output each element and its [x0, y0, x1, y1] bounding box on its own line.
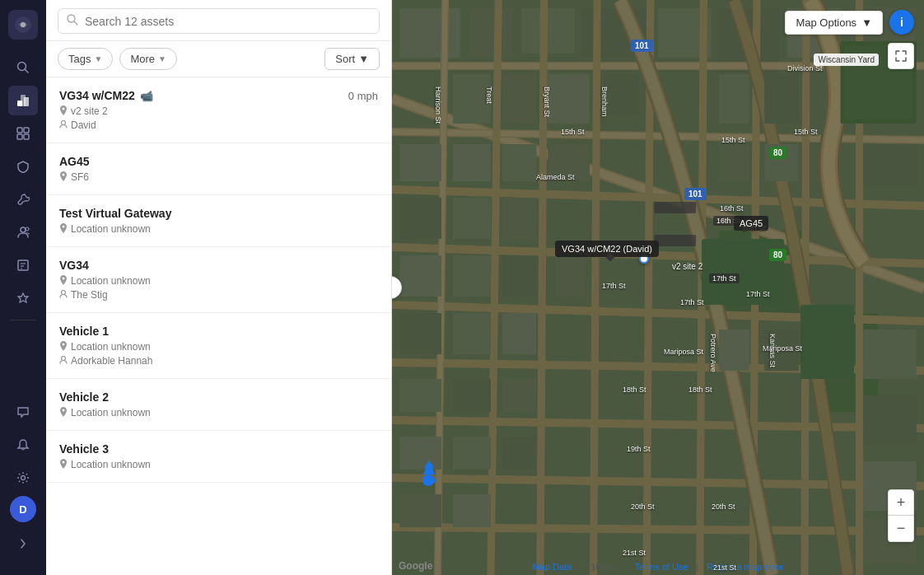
nav-messages[interactable]: [8, 397, 38, 427]
svg-rect-78: [399, 313, 441, 354]
asset-name-row: Vehicle 3: [59, 442, 378, 456]
17th-badge: 17th St: [709, 273, 740, 283]
asset-location-text: SF6: [71, 171, 89, 183]
asset-driver: Adorkable Hannah: [59, 355, 378, 367]
asset-list-item[interactable]: Vehicle 2 Location unknown: [46, 379, 391, 431]
asset-name-text: Vehicle 1: [59, 325, 109, 338]
21st-st-label-2: 21st St: [713, 563, 736, 572]
driver-icon: [59, 289, 68, 301]
asset-list-item[interactable]: Vehicle 3 Location unknown: [46, 431, 391, 483]
asset-name-text: Vehicle 3: [59, 442, 109, 456]
alameda-label: Alameda St: [536, 173, 575, 181]
asset-panel: Tags ▼ More ▼ Sort ▼ VG34 w/CM22📹0 mph v…: [46, 0, 392, 575]
svg-rect-90: [764, 74, 799, 124]
map-options-arrow-icon: ▼: [861, 16, 872, 29]
asset-name-row: VG34 w/CM22📹0 mph: [59, 89, 378, 102]
nav-reports[interactable]: [8, 250, 38, 280]
map-options-button[interactable]: Map Options ▼: [785, 11, 883, 35]
map-data-link[interactable]: Map Data: [533, 562, 572, 572]
nav-tools[interactable]: [8, 185, 38, 214]
map-separator-1: |: [580, 562, 582, 572]
svg-rect-65: [548, 74, 590, 124]
park-area-2: [800, 305, 854, 379]
asset-name: Vehicle 1: [59, 325, 109, 338]
search-bar[interactable]: [58, 8, 380, 34]
asset-speed: 0 mph: [348, 90, 378, 102]
asset-list-item[interactable]: VG34 w/CM22📹0 mph v2 site 2 David: [46, 77, 391, 143]
svg-rect-73: [502, 198, 537, 239]
nav-notifications[interactable]: [8, 430, 38, 460]
nav-rules[interactable]: [8, 152, 38, 181]
driver-icon: [59, 119, 68, 131]
user-avatar[interactable]: D: [10, 496, 36, 522]
map-satellite-view[interactable]: Wiscansin Yard AG45 VG34 w/CM22 (David) …: [392, 0, 924, 575]
svg-rect-76: [502, 255, 537, 297]
asset-name: Vehicle 2: [59, 390, 109, 404]
svg-rect-68: [502, 144, 537, 181]
svg-point-27: [62, 357, 66, 361]
svg-point-1: [21, 22, 26, 27]
svg-rect-83: [502, 379, 537, 412]
asset-location: Location unknown: [59, 341, 378, 353]
svg-rect-9: [17, 134, 22, 139]
asset-location-text: Location unknown: [71, 275, 151, 287]
ag45-marker[interactable]: AG45: [734, 216, 768, 231]
tags-filter-button[interactable]: Tags ▼: [58, 48, 113, 70]
svg-point-22: [63, 174, 65, 176]
svg-rect-86: [502, 437, 537, 470]
asset-list-item[interactable]: Vehicle 1 Location unknown Adorkable Han…: [46, 313, 391, 379]
road-101-badge: 101: [631, 40, 653, 52]
terms-of-use-link[interactable]: Terms of Use: [635, 562, 688, 572]
driver-name: Adorkable Hannah: [71, 355, 152, 367]
vg34-label-container[interactable]: VG34 w/CM22 (David): [555, 241, 659, 260]
asset-list-item[interactable]: VG34 Location unknown The Stig: [46, 247, 391, 313]
driver-icon: [59, 355, 68, 367]
asset-list-item[interactable]: AG45 SF6: [46, 143, 391, 195]
svg-rect-97: [863, 330, 917, 379]
asset-name: VG34: [59, 259, 89, 272]
driver-name: David: [71, 119, 96, 131]
svg-rect-79: [453, 313, 491, 354]
sort-button[interactable]: Sort ▼: [324, 48, 380, 70]
15th-st-label-3: 15th St: [794, 128, 818, 136]
asset-list-item[interactable]: Test Virtual Gateway Location unknown: [46, 195, 391, 247]
asset-location: Location unknown: [59, 459, 378, 470]
app-logo[interactable]: [8, 10, 38, 40]
svg-line-19: [74, 21, 77, 25]
kansas-label: Kansas St: [768, 334, 777, 367]
search-input[interactable]: [85, 15, 371, 28]
pin-icon: [59, 275, 68, 287]
bryantst-label: Bryant St: [543, 86, 551, 117]
nav-people[interactable]: [8, 217, 38, 247]
map-info-button[interactable]: i: [889, 10, 914, 35]
svg-rect-8: [24, 128, 29, 133]
vehicle2-marker[interactable]: [423, 460, 435, 486]
svg-point-26: [63, 344, 65, 346]
asset-location: Location unknown: [59, 223, 378, 235]
zoom-in-button[interactable]: +: [888, 489, 914, 516]
more-filter-button[interactable]: More ▼: [119, 48, 177, 70]
svg-point-25: [62, 291, 66, 295]
nav-settings[interactable]: [8, 463, 38, 493]
map-separator-2: |: [624, 562, 627, 572]
left-nav: D: [0, 0, 46, 575]
svg-rect-71: [399, 198, 441, 239]
search-icon: [67, 14, 78, 28]
road-101-badge-2: 101: [684, 188, 707, 200]
nav-search[interactable]: [8, 53, 38, 82]
asset-location: SF6: [59, 171, 378, 183]
20th-st-label-2: 20th St: [712, 503, 735, 511]
nav-groups[interactable]: [8, 119, 38, 148]
asset-name-text: AG45: [59, 155, 90, 168]
svg-rect-91: [719, 144, 749, 181]
nav-assets[interactable]: [8, 86, 38, 115]
road-80-badge: 80: [769, 147, 786, 159]
svg-line-57: [594, 0, 598, 575]
nav-events[interactable]: [8, 283, 38, 313]
zoom-out-button[interactable]: −: [888, 516, 914, 542]
map-fullscreen-button[interactable]: [888, 43, 914, 69]
nav-expand[interactable]: [8, 529, 38, 559]
18th-st-label: 18th St: [623, 386, 646, 394]
svg-rect-88: [453, 494, 491, 527]
16th-st-label-1: 16th St: [720, 204, 744, 213]
